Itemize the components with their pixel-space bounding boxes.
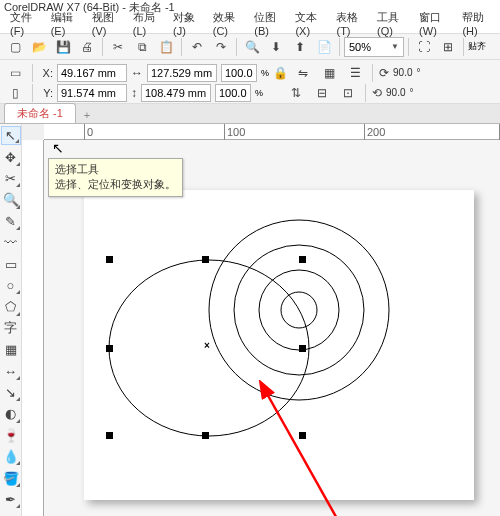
freehand-tool[interactable]: ✎	[1, 212, 21, 231]
ruler-tick: 0	[84, 124, 93, 140]
outline-tool[interactable]: ✒	[1, 490, 21, 509]
cut-icon: ✂	[113, 40, 123, 54]
fill-tool[interactable]: 🪣	[1, 468, 21, 487]
pick-tool[interactable]: ↖	[1, 126, 21, 145]
x-position[interactable]: 49.167 mm	[57, 64, 127, 82]
separator	[181, 38, 182, 56]
table-tool[interactable]: ▦	[1, 340, 21, 359]
page-orientation2[interactable]: ▯	[4, 82, 26, 104]
order-icon: ☰	[350, 66, 361, 80]
open-button[interactable]: 📂	[28, 36, 50, 58]
zoom-level[interactable]: 50%▼	[344, 37, 404, 57]
dimension-tool[interactable]: ↔	[1, 361, 21, 380]
cut-button[interactable]: ✂	[107, 36, 129, 58]
menu-table[interactable]: 表格(T)	[330, 8, 369, 39]
search-button[interactable]: 🔍	[241, 36, 263, 58]
selection-handle[interactable]	[202, 432, 209, 439]
menu-effect[interactable]: 效果(C)	[207, 8, 247, 39]
tab-add-button[interactable]: +	[78, 107, 96, 123]
menu-window[interactable]: 窗口(W)	[413, 8, 454, 39]
fullscreen-button[interactable]: ⛶	[413, 36, 435, 58]
selection-handle[interactable]	[299, 345, 306, 352]
menu-layout[interactable]: 布局(L)	[127, 8, 165, 39]
crop-tool[interactable]: ✂	[1, 169, 21, 188]
width-input[interactable]: 127.529 mm	[147, 64, 217, 82]
selection-handle[interactable]	[202, 256, 209, 263]
undo-icon: ↶	[192, 40, 202, 54]
transparency-tool[interactable]: 🍷	[1, 426, 21, 445]
export-button[interactable]: ⬆	[289, 36, 311, 58]
artistic-tool[interactable]: 〰	[1, 233, 21, 252]
rotation-1: 90.0	[393, 67, 412, 78]
fullscreen-icon: ⛶	[418, 40, 430, 54]
menu-view[interactable]: 视图(V)	[86, 8, 125, 39]
grid-icon: ⊞	[443, 40, 453, 54]
undo-button[interactable]: ↶	[186, 36, 208, 58]
separator	[32, 84, 33, 102]
snap-label[interactable]: 贴齐	[468, 40, 486, 53]
menu-bitmap[interactable]: 位图(B)	[248, 8, 287, 39]
order-button[interactable]: ☰	[344, 62, 366, 84]
selection-handle[interactable]	[299, 432, 306, 439]
selection-handle[interactable]	[106, 256, 113, 263]
group-icon: ⊡	[343, 86, 353, 100]
page-orientation[interactable]: ▭	[4, 62, 26, 84]
menu-text[interactable]: 文本(X)	[289, 8, 328, 39]
rectangle-tool[interactable]: ▭	[1, 254, 21, 273]
property-toolbar-row2: ▯ Y: 91.574 mm ↕ 108.479 mm 100.0 % ⇅ ⊟ …	[0, 82, 500, 104]
tab-document[interactable]: 未命名 -1	[4, 103, 76, 123]
menu-tools[interactable]: 工具(Q)	[371, 8, 411, 39]
separator	[236, 38, 237, 56]
connector-tool[interactable]: ↘	[1, 383, 21, 402]
height-input[interactable]: 108.479 mm	[141, 84, 211, 102]
publish-button[interactable]: 📄	[313, 36, 335, 58]
grid-button[interactable]: ⊞	[437, 36, 459, 58]
ellipse-tool[interactable]: ○	[1, 276, 21, 295]
zoom-value: 50%	[349, 41, 371, 53]
mirror-v-button[interactable]: ⇅	[285, 82, 307, 104]
scale-y[interactable]: 100.0	[215, 84, 251, 102]
selection-handle[interactable]	[106, 432, 113, 439]
new-button[interactable]: ▢	[4, 36, 26, 58]
zoom-tool[interactable]: 🔍	[1, 190, 21, 209]
selection-handle[interactable]	[299, 256, 306, 263]
eyedropper-tool[interactable]: 💧	[1, 447, 21, 466]
pct-unit2: %	[255, 88, 263, 98]
effects-tool[interactable]: ◐	[1, 404, 21, 423]
menu-help[interactable]: 帮助(H)	[456, 8, 496, 39]
distribute-button[interactable]: ⊟	[311, 82, 333, 104]
copy-button[interactable]: ⧉	[131, 36, 153, 58]
redo-button[interactable]: ↷	[210, 36, 232, 58]
group-button[interactable]: ⊡	[337, 82, 359, 104]
print-button[interactable]: 🖨	[76, 36, 98, 58]
selection-handle[interactable]	[106, 345, 113, 352]
canvas-area: 0 100 200 300 ↖ 选择工具 选择、定位和变换对象。 ×	[22, 124, 500, 516]
separator	[372, 64, 373, 82]
width-icon: ↔	[131, 66, 143, 80]
save-button[interactable]: 💾	[52, 36, 74, 58]
vertical-ruler[interactable]	[22, 140, 44, 516]
smartfill-tool[interactable]: ◆	[1, 511, 21, 516]
menu-edit[interactable]: 编辑(E)	[45, 8, 84, 39]
separator	[32, 64, 33, 82]
paste-button[interactable]: 📋	[155, 36, 177, 58]
separator	[463, 38, 464, 56]
scale-x[interactable]: 100.0	[221, 64, 257, 82]
lock-icon[interactable]: 🔒	[273, 66, 288, 80]
import-button[interactable]: ⬇	[265, 36, 287, 58]
menu-object[interactable]: 对象(J)	[167, 8, 205, 39]
y-position[interactable]: 91.574 mm	[57, 84, 127, 102]
horizontal-ruler[interactable]: 0 100 200 300	[44, 124, 500, 140]
text-tool[interactable]: 字	[1, 319, 21, 338]
shape-tool[interactable]: ✥	[1, 147, 21, 166]
menu-file[interactable]: 文件(F)	[4, 8, 43, 39]
selection-center[interactable]: ×	[204, 340, 210, 351]
x-label: X:	[39, 67, 53, 79]
search-icon: 🔍	[245, 40, 260, 54]
polygon-tool[interactable]: ⬠	[1, 297, 21, 316]
page[interactable]: ×	[84, 190, 474, 500]
distribute-icon: ⊟	[317, 86, 327, 100]
align-button[interactable]: ▦	[318, 62, 340, 84]
mirror-h-button[interactable]: ⇋	[292, 62, 314, 84]
canvas[interactable]: ↖ 选择工具 选择、定位和变换对象。 ×	[44, 140, 500, 516]
